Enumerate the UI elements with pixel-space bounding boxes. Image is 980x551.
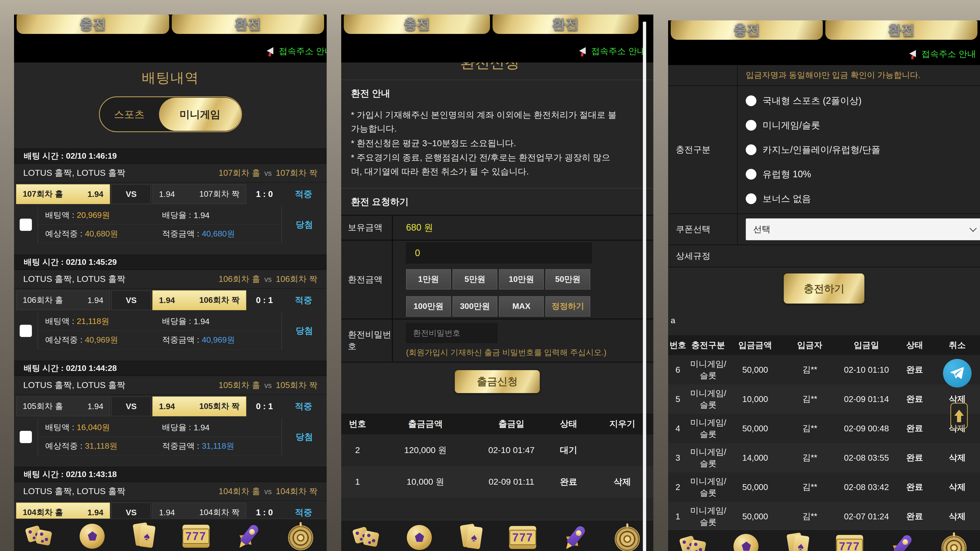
- withdraw-tab-button[interactable]: 환전: [493, 14, 639, 34]
- playing-cards-icon[interactable]: ♠: [130, 522, 158, 551]
- rocket-icon[interactable]: [561, 523, 589, 551]
- dice-icon[interactable]: [26, 522, 54, 551]
- round-away: 104회차 짝: [276, 486, 318, 497]
- radio-icon[interactable]: [746, 95, 756, 106]
- bet-option-away[interactable]: 1.94 106회차 짝: [152, 290, 246, 310]
- deposit-tab-button[interactable]: 충전: [671, 21, 823, 40]
- radio-icon[interactable]: [746, 193, 756, 204]
- bet-entry: 배팅 시간 : 02/10 1:45:29 LOTUS 홀짝, LOTUS 홀짝…: [14, 254, 327, 349]
- cancel-link[interactable]: 삭제: [935, 481, 980, 493]
- deposit-submit-button[interactable]: 충전하기: [784, 273, 864, 303]
- vs-small: vs: [264, 487, 272, 496]
- radio-option[interactable]: 미니게임/슬롯: [746, 113, 980, 138]
- withdraw-tab-button[interactable]: 환전: [172, 14, 325, 34]
- quick-amount-button[interactable]: 1만원: [406, 269, 451, 289]
- table-row: 4 미니게임/슬롯 50,000 김** 02-09 00:48 완료 삭제: [668, 414, 980, 443]
- withdraw-tab-button[interactable]: 환전: [825, 21, 977, 40]
- slot-777-icon[interactable]: 777: [836, 532, 864, 551]
- table-row: 2 120,000 원 02-10 01:47 대기: [341, 434, 653, 466]
- option-name: 107회차 홀: [23, 189, 63, 200]
- quick-amount-button[interactable]: 50만원: [546, 269, 590, 289]
- radio-option[interactable]: 국내형 스포츠 (2폴이상): [746, 89, 980, 113]
- rocket-icon[interactable]: [888, 532, 916, 551]
- address-notice-link[interactable]: 접속주소 안내: [909, 47, 976, 61]
- deposit-tab-button[interactable]: 충전: [344, 14, 490, 34]
- option-name: 107회차 짝: [199, 189, 240, 200]
- radio-icon[interactable]: [746, 144, 756, 155]
- row-type: 미니게임/슬롯: [687, 476, 729, 499]
- tab-minigame[interactable]: 미니게임: [159, 98, 241, 131]
- playing-cards-icon[interactable]: ♠: [784, 532, 812, 551]
- dice-icon[interactable]: [680, 532, 708, 551]
- option-name: 104회차 짝: [199, 507, 240, 518]
- quick-amount-button[interactable]: 300만원: [452, 296, 497, 317]
- bet-row: 105회차 홀 1.94 VS 1.94 105회차 짝 0 : 1 적중: [16, 396, 325, 416]
- match-row: LOTUS 홀짝, LOTUS 홀짝 106회차 홀 vs 106회차 짝: [14, 270, 327, 289]
- deposit-panel: 충전 환전 접속주소 안내 입금자명과 동일해야만 입금 확인이 가능합니다. …: [668, 21, 980, 551]
- scroll-to-top-button[interactable]: [950, 403, 968, 429]
- row-no: 1: [668, 512, 687, 521]
- detail-grid: 배팅액 :20,969원 배당율 :1.94 예상적중 :40,680원 적중금…: [38, 206, 282, 243]
- address-notice-link[interactable]: 접속주소 안내: [579, 44, 646, 59]
- quick-amount-button[interactable]: 5만원: [452, 269, 497, 289]
- scrollbar[interactable]: [643, 22, 646, 551]
- clear-button[interactable]: 정정하기: [546, 296, 590, 317]
- panel-header: 충전 환전 접속주소 안내: [341, 14, 653, 62]
- cancel-link[interactable]: 삭제: [935, 511, 980, 522]
- max-button[interactable]: MAX: [499, 296, 544, 317]
- option-odds: 1.94: [159, 189, 175, 199]
- bet-option-home[interactable]: 106회차 홀 1.94: [16, 290, 110, 310]
- radio-option[interactable]: 보너스 없음: [746, 186, 980, 211]
- select-checkbox[interactable]: [20, 219, 32, 231]
- amount-input[interactable]: 0: [406, 243, 592, 264]
- quick-amount-button[interactable]: 100만원: [406, 296, 451, 317]
- roulette-icon[interactable]: [286, 522, 315, 551]
- deposit-type-label: 충전구분: [668, 86, 738, 213]
- cancel-link[interactable]: 삭제: [935, 452, 980, 464]
- rules-row: 상세규정: [668, 245, 980, 267]
- bet-option-away[interactable]: 1.94 107회차 짝: [152, 184, 246, 204]
- withdraw-submit-button[interactable]: 출금신청: [455, 370, 540, 393]
- dice-icon[interactable]: [353, 523, 381, 551]
- row-type: 미니게임/슬롯: [687, 388, 729, 411]
- rocket-icon[interactable]: [234, 522, 262, 551]
- vs-small: vs: [264, 275, 272, 284]
- playing-cards-icon[interactable]: ♠: [457, 523, 485, 551]
- coupon-select[interactable]: 선택: [746, 218, 980, 240]
- radio-icon[interactable]: [746, 169, 756, 179]
- balance-label: 보유금액: [341, 216, 393, 240]
- expected-label: 예상적중 :: [45, 334, 83, 346]
- notice-line: * 환전신청은 평균 3~10분정도 소요됩니다.: [351, 136, 620, 150]
- soccer-ball-icon[interactable]: [405, 523, 433, 551]
- slot-777-icon[interactable]: 777: [509, 523, 537, 551]
- select-checkbox[interactable]: [20, 431, 32, 443]
- soccer-ball-icon[interactable]: [78, 522, 106, 551]
- soccer-ball-icon[interactable]: [732, 532, 760, 551]
- radio-icon[interactable]: [746, 120, 756, 130]
- match-title: LOTUS 홀짝, LOTUS 홀짝: [23, 380, 126, 391]
- tab-sports[interactable]: 스포츠: [100, 107, 159, 121]
- telegram-icon[interactable]: [943, 359, 972, 387]
- odds-value: 1.94: [194, 211, 210, 220]
- roulette-icon[interactable]: [940, 532, 968, 551]
- password-input[interactable]: [406, 323, 497, 343]
- address-notice-link[interactable]: 접속주소 안내: [267, 44, 327, 59]
- radio-option[interactable]: 유럽형 10%: [746, 162, 980, 186]
- row-no: 3: [668, 453, 687, 463]
- radio-option[interactable]: 카지노/인플레이/유럽형/단폴: [746, 138, 980, 162]
- arrow-up-icon: [954, 410, 964, 416]
- row-no: 5: [668, 394, 687, 404]
- bet-option-home[interactable]: 105회차 홀 1.94: [16, 396, 110, 416]
- bet-option-away[interactable]: 1.94 105회차 짝: [152, 396, 246, 416]
- bet-option-home[interactable]: 107회차 홀 1.94: [16, 184, 110, 204]
- select-checkbox[interactable]: [20, 325, 32, 337]
- betting-history-panel: 충전 환전 접속주소 안내 배팅내역 스포츠 미니게임 배팅 시간 : 02/1…: [14, 14, 327, 551]
- deposit-tab-button[interactable]: 충전: [17, 14, 169, 34]
- slot-777-icon[interactable]: 777: [183, 522, 210, 551]
- row-date: 02-08 03:55: [838, 453, 895, 463]
- row-name: 김**: [781, 364, 838, 375]
- quick-amount-button[interactable]: 10만원: [499, 269, 544, 289]
- option-name: 104회차 홀: [23, 507, 63, 518]
- roulette-icon[interactable]: [613, 523, 641, 551]
- row-date: 02-07 01:24: [838, 512, 895, 521]
